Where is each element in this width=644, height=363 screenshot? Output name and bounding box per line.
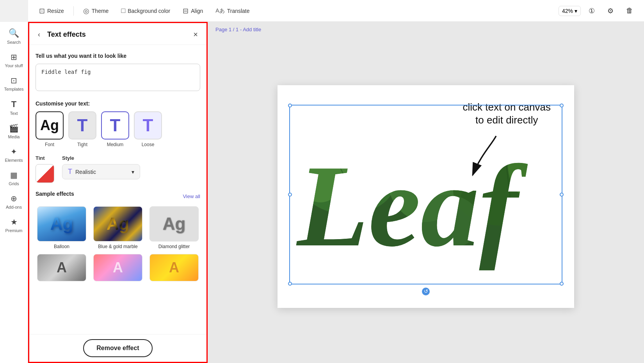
sidebar-item-elements-label: Elements	[5, 158, 23, 163]
effect-item-partial3[interactable]: A	[148, 254, 200, 281]
panel-back-button[interactable]: ‹	[36, 30, 43, 39]
svg-rect-13	[289, 105, 562, 284]
toolbar-right: 42% ▾ ① ⚙ 🗑	[559, 4, 638, 18]
sidebar-item-premium[interactable]: ★ Premium	[2, 214, 27, 236]
bg-color-icon: □	[121, 7, 125, 15]
theme-label: Theme	[92, 8, 109, 14]
tight-style-char: T	[77, 116, 88, 135]
theme-icon: ◎	[83, 7, 89, 15]
style-dropdown-icon: T	[68, 168, 72, 176]
view-all-link[interactable]: View all	[183, 193, 200, 199]
page-info-text: Page 1 / 1	[215, 27, 238, 32]
style-dropdown[interactable]: T Realistic ▾	[62, 164, 140, 179]
translate-label: Translate	[227, 8, 250, 14]
templates-icon: ⊡	[11, 76, 17, 85]
customise-label: Customise your text:	[36, 100, 200, 107]
tight-style-label: Tight	[77, 142, 87, 147]
sidebar-item-premium-label: Premium	[5, 228, 22, 233]
medium-style-box[interactable]: T	[101, 111, 129, 139]
premium-icon: ★	[11, 217, 18, 227]
resize-button[interactable]: ⊡ Resize	[34, 4, 69, 18]
tint-label: Tint	[36, 155, 54, 161]
tight-style-box[interactable]: T	[68, 111, 96, 139]
loose-style-label: Loose	[142, 142, 155, 147]
search-icon: 🔍	[9, 28, 19, 38]
partial3-thumbnail[interactable]: A	[149, 254, 199, 281]
medium-style-label: Medium	[107, 142, 124, 147]
sidebar: 🔍 Search ⊞ Your stuff ⊡ Templates T Text…	[0, 22, 28, 363]
sidebar-item-search[interactable]: 🔍 Search	[2, 25, 27, 48]
style-option-medium[interactable]: T Medium	[101, 111, 129, 147]
tint-style-row: Tint Style T Realistic ▾	[36, 155, 200, 183]
style-option-font[interactable]: Ag Font	[36, 111, 64, 147]
panel-close-button[interactable]: ×	[191, 29, 200, 40]
font-style-box[interactable]: Ag	[36, 111, 64, 139]
canvas-page[interactable]: click text on canvas to edit directly	[278, 85, 574, 308]
align-label: Align	[191, 8, 203, 14]
add-title-link[interactable]: Add title	[243, 27, 261, 32]
loose-style-char: T	[143, 116, 153, 135]
effect-item-partial2[interactable]: A	[92, 254, 144, 281]
balloon-thumbnail[interactable]: Ag	[37, 206, 86, 241]
text-icon: T	[11, 99, 16, 109]
sidebar-item-elements[interactable]: ✦ Elements	[2, 144, 27, 166]
style-option-tight[interactable]: T Tight	[68, 111, 96, 147]
effects-grid-partial: A A A	[36, 254, 200, 281]
sidebar-item-templates-label: Templates	[4, 87, 23, 91]
style-option-loose[interactable]: T Loose	[134, 111, 162, 147]
sidebar-item-your-stuff[interactable]: ⊞ Your stuff	[2, 49, 27, 71]
sidebar-item-grids[interactable]: ▦ Grids	[2, 167, 27, 189]
pages-button[interactable]: ①	[584, 4, 600, 18]
media-icon: 🎬	[9, 123, 19, 133]
glitter-thumbnail[interactable]: Ag	[149, 206, 199, 241]
medium-style-char: T	[110, 116, 121, 135]
canvas-page-info: Page 1 / 1 - Add title	[215, 27, 261, 32]
sidebar-item-grids-label: Grids	[9, 181, 19, 186]
partial1-thumbnail[interactable]: A	[37, 254, 86, 281]
prompt-label: Tell us what you want it to look like	[36, 53, 200, 59]
chevron-down-icon: ▾	[575, 8, 577, 14]
panel-header: ‹ Text effects ×	[29, 23, 206, 45]
effect-item-balloon[interactable]: Ag Balloon	[36, 206, 88, 249]
glitter-label: Diamond glitter	[158, 244, 190, 249]
sample-effects-header: Sample effects View all	[36, 191, 200, 202]
partial2-thumbnail[interactable]: A	[93, 254, 142, 281]
loose-style-box[interactable]: T	[134, 111, 162, 139]
tint-col: Tint	[36, 155, 54, 183]
sidebar-item-addons[interactable]: ⊕ Add-ons	[2, 191, 27, 213]
bg-color-label: Background color	[128, 8, 170, 14]
translate-button[interactable]: Aあ Translate	[211, 5, 254, 17]
effect-item-marble[interactable]: Ag Blue & gold marble	[92, 206, 144, 249]
style-options: Ag Font T Tight T Medium	[36, 111, 200, 147]
font-style-char: Ag	[40, 117, 59, 134]
settings-button[interactable]: ⚙	[603, 4, 618, 18]
theme-button[interactable]: ◎ Theme	[78, 4, 114, 18]
trash-button[interactable]: 🗑	[621, 4, 638, 17]
prompt-input[interactable]: Fiddle leaf fig	[36, 64, 200, 91]
sidebar-item-addons-label: Add-ons	[6, 205, 22, 209]
effect-item-glitter[interactable]: Ag Diamond glitter	[148, 206, 200, 249]
leaf-text-svg: Leaf Leaf	[289, 105, 562, 284]
style-dropdown-value: Realistic	[75, 169, 128, 175]
rotate-handle[interactable]: ↺	[422, 288, 430, 295]
chevron-down-icon: ▾	[132, 169, 134, 175]
font-style-label: Font	[45, 142, 54, 147]
translate-icon: Aあ	[215, 7, 224, 14]
sidebar-item-templates[interactable]: ⊡ Templates	[2, 73, 27, 95]
canvas-container: click text on canvas to edit directly	[208, 22, 644, 363]
glitter-ag-text: Ag	[163, 214, 186, 234]
your-stuff-icon: ⊞	[11, 52, 17, 62]
sidebar-item-media[interactable]: 🎬 Media	[2, 120, 27, 142]
effect-item-partial1[interactable]: A	[36, 254, 88, 281]
remove-effect-button[interactable]: Remove effect	[83, 339, 152, 357]
style-col: Style T Realistic ▾	[62, 155, 140, 179]
zoom-value: 42%	[562, 8, 573, 14]
settings-icon: ⚙	[607, 7, 614, 15]
tint-swatch[interactable]	[36, 164, 54, 183]
partial1-char: A	[57, 259, 67, 276]
align-button[interactable]: ⊟ Align	[178, 4, 208, 18]
marble-thumbnail[interactable]: Ag	[93, 206, 142, 241]
bg-color-button[interactable]: □ Background color	[116, 4, 175, 17]
zoom-control[interactable]: 42% ▾	[559, 6, 581, 16]
sidebar-item-text[interactable]: T Text	[2, 96, 27, 119]
